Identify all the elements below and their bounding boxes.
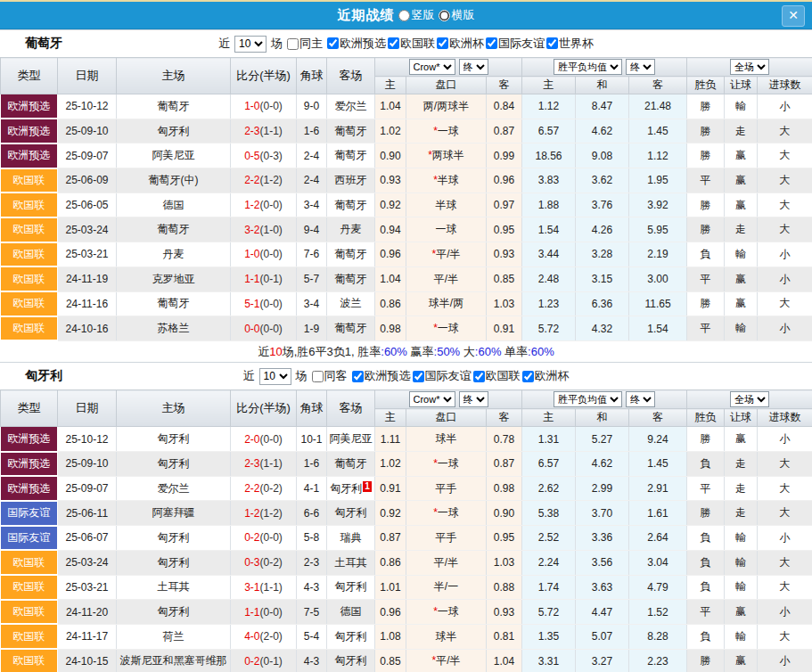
let-ball-mark: 赢: [725, 193, 758, 217]
avg-group-header: 胜平负均值终: [522, 390, 687, 409]
competition-checkbox[interactable]: [352, 371, 364, 382]
handicap-line: 半/一: [406, 575, 487, 600]
sub-header-away-odds: 客: [487, 409, 522, 427]
competition-type-badge: 欧洲预选: [1, 427, 58, 452]
avg-stage-select[interactable]: 终: [626, 391, 655, 407]
competition-checkbox[interactable]: [486, 37, 497, 49]
competition-filter[interactable]: 欧洲杯: [435, 36, 484, 52]
layout-vertical-radio-input[interactable]: [398, 10, 410, 21]
corner-score: 2-3: [297, 550, 327, 575]
competition-filter[interactable]: 欧国联: [386, 36, 435, 52]
avg-home-odds: 3.44: [522, 242, 576, 267]
competition-type-badge: 欧国联: [1, 193, 58, 217]
handicap-away-odds: 0.90: [487, 501, 522, 526]
layout-horizontal-radio-input[interactable]: [439, 10, 450, 21]
handicap-line: 球半: [406, 427, 487, 452]
same-venue-label: 同客: [324, 368, 348, 384]
competition-filter[interactable]: 欧国联: [472, 368, 521, 384]
handicap-home-odds: 1.11: [375, 427, 406, 452]
section-header: 近 10 场 同主 欧洲预选欧国联欧洲杯国际友谊世界杯 葡萄牙: [0, 30, 812, 57]
competition-label: 国际友谊: [498, 36, 545, 52]
away-team: 阿美尼亚: [327, 427, 375, 452]
col-header-score: 比分(半场): [231, 390, 297, 427]
handicap-home-odds: 1.02: [375, 452, 406, 477]
let-ball-mark: 走: [725, 452, 758, 477]
competition-checkbox[interactable]: [473, 371, 485, 382]
competition-checkbox[interactable]: [327, 37, 339, 49]
bookmaker-select[interactable]: Crow*: [409, 59, 455, 75]
away-team: 波兰: [327, 291, 375, 316]
competition-filter[interactable]: 国际友谊: [484, 36, 545, 52]
goals-mark: 大: [758, 143, 812, 168]
avg-away-odds: 9.24: [629, 427, 687, 452]
home-team: 葡萄牙: [117, 217, 231, 242]
competition-checkbox[interactable]: [413, 371, 424, 382]
goals-mark: 大: [758, 476, 812, 501]
handicap-line: 平手: [406, 476, 487, 501]
same-venue-filter[interactable]: 同主: [285, 36, 323, 52]
let-ball-mark: 輸: [725, 94, 758, 119]
corner-score: 2-4: [297, 143, 327, 168]
handicap-home-odds: 0.96: [375, 242, 406, 267]
competition-filter[interactable]: 欧洲预选: [325, 36, 386, 52]
handicap-home-odds: 0.86: [375, 291, 406, 316]
odds-stage-select[interactable]: 终: [459, 59, 488, 75]
handicap-line: 平/半: [406, 550, 487, 575]
goals-mark: 小: [758, 266, 812, 291]
fulltime-select[interactable]: 全场: [730, 391, 769, 407]
result-mark: 勝: [687, 501, 725, 526]
sub-header-avg-home: 主: [522, 77, 576, 94]
goals-mark: 大: [758, 119, 812, 143]
layout-horizontal-radio[interactable]: 横版: [439, 7, 475, 23]
let-ball-mark: 走: [725, 119, 758, 143]
handicap-away-odds: 0.87: [487, 119, 522, 143]
competition-type-badge: 欧国联: [1, 266, 58, 291]
match-row: 欧洲预选25-10-12葡萄牙1-0(0-0)9-0爱尔兰1.04两/两球半0.…: [1, 94, 812, 119]
result-mark: 勝: [687, 94, 725, 119]
competition-checkbox[interactable]: [388, 37, 399, 49]
competition-filter[interactable]: 国际友谊: [411, 368, 472, 384]
col-header-home: 主场: [117, 390, 231, 427]
avg-away-odds: 1.54: [629, 316, 687, 341]
same-venue-checkbox[interactable]: [287, 38, 299, 50]
competition-checkbox[interactable]: [522, 371, 534, 382]
layout-vertical-radio[interactable]: 竖版: [398, 7, 435, 23]
goals-mark: 小: [758, 600, 812, 625]
odds-stage-select[interactable]: 终: [459, 391, 488, 407]
competition-checkbox[interactable]: [546, 37, 558, 49]
competition-type-badge: 欧国联: [1, 575, 58, 600]
handicap-line: *平/半: [406, 649, 487, 672]
avg-draw-odds: 3.56: [576, 550, 629, 575]
avg-home-odds: 2.62: [522, 476, 576, 501]
let-ball-mark: 輸: [725, 550, 758, 575]
wdl-average-select[interactable]: 胜平负均值: [554, 59, 622, 75]
recent-count-select[interactable]: 10: [259, 368, 291, 385]
competition-filter[interactable]: 欧洲预选: [350, 368, 411, 384]
competition-checkbox[interactable]: [437, 37, 448, 49]
competition-filter[interactable]: 欧洲杯: [521, 368, 570, 384]
wdl-average-select[interactable]: 胜平负均值: [554, 391, 622, 407]
score: 2-2(0-2): [231, 476, 297, 501]
handicap-line: *平/半: [406, 242, 487, 267]
same-venue-filter[interactable]: 同客: [310, 368, 348, 384]
away-team: 匈牙利1: [327, 476, 375, 501]
avg-stage-select[interactable]: 终: [626, 59, 655, 75]
avg-home-odds: 18.56: [522, 143, 576, 168]
fulltime-group-header: 全场: [687, 58, 812, 77]
fulltime-select[interactable]: 全场: [730, 59, 769, 75]
recent-count-select[interactable]: 10: [234, 36, 267, 53]
goals-mark: 大: [758, 575, 812, 600]
col-header-corner: 角球: [297, 58, 327, 94]
same-venue-checkbox[interactable]: [312, 371, 324, 382]
col-header-type: 类型: [1, 390, 58, 427]
result-mark: 平: [687, 266, 725, 291]
competition-filter[interactable]: 世界杯: [545, 36, 594, 52]
close-icon[interactable]: ✕: [782, 5, 805, 27]
match-date: 24-11-19: [58, 266, 117, 291]
summary-text: :60%: [381, 345, 407, 358]
corner-score: 1-6: [297, 119, 327, 143]
match-row: 欧洲预选25-10-12匈牙利2-0(0-0)10-1阿美尼亚1.11球半0.7…: [1, 427, 812, 452]
avg-away-odds: 1.45: [629, 452, 687, 477]
bookmaker-select[interactable]: Crow*: [409, 391, 455, 407]
handicap-away-odds: 0.99: [487, 143, 522, 168]
